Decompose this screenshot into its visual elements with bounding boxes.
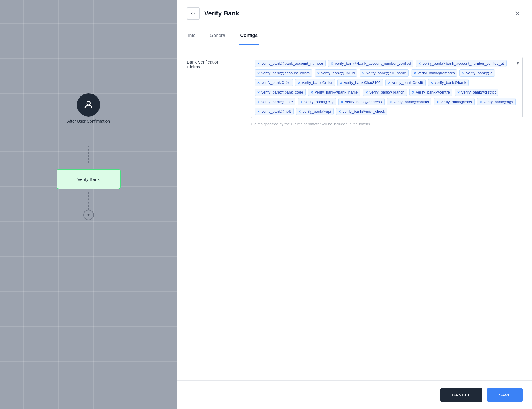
tag-branch[interactable]: ×verify_bank@branch (363, 89, 407, 96)
tag-contact[interactable]: ×verify_bank@contact (387, 98, 432, 105)
tag-upi[interactable]: ×verify_bank@upi (296, 108, 334, 115)
dropdown-arrow: ▾ (517, 60, 519, 66)
tag-micr-check[interactable]: ×verify_bank@micr_check (336, 108, 388, 115)
svg-point-0 (87, 101, 90, 105)
tag-city[interactable]: ×verify_bank@city (298, 98, 336, 105)
tag-neft[interactable]: ×verify_bank@neft (255, 108, 294, 115)
modal-header: Verify Bank (177, 0, 532, 27)
add-node[interactable]: + (83, 210, 94, 220)
modal-title: Verify Bank (204, 10, 508, 17)
modal-content: Bank VerificationClaims ▾ ×verify_bank@b… (177, 45, 532, 380)
tag-state[interactable]: ×verify_bank@state (255, 98, 295, 105)
canvas-grid: After User Confirmation Verify Bank + (0, 0, 177, 409)
tag-address[interactable]: ×verify_bank@address (338, 98, 384, 105)
close-button[interactable] (512, 8, 523, 19)
connector-line-2 (88, 192, 89, 210)
verify-bank-box-label: Verify Bank (77, 177, 100, 182)
tags-container[interactable]: ▾ ×verify_bank@bank_account_number ×veri… (251, 57, 523, 118)
connector-line-1 (88, 146, 89, 163)
add-node-symbol: + (87, 212, 90, 218)
cancel-button[interactable]: CANCEL (440, 388, 483, 402)
tag-account-exists[interactable]: ×verify_bank@account_exists (255, 69, 312, 77)
code-icon-button[interactable] (187, 7, 200, 20)
modal-footer: CANCEL SAVE (177, 380, 532, 409)
tag-bank-account-number-verified[interactable]: ×verify_bank@bank_account_number_verifie… (328, 60, 413, 67)
modal-panel: Verify Bank Info General Configs Bank Ve… (177, 0, 532, 409)
user-node-circle (77, 93, 100, 117)
tag-imps[interactable]: ×verify_bank@imps (434, 98, 474, 105)
tag-district[interactable]: ×verify_bank@district (455, 89, 498, 96)
tag-bank-account-number-verified-at[interactable]: ×verify_bank@bank_account_number_verifie… (416, 60, 506, 67)
tag-upi-id[interactable]: ×verify_bank@upi_id (315, 69, 357, 77)
tag-ifsc[interactable]: ×verify_bank@ifsc (255, 79, 293, 86)
tag-centre[interactable]: ×verify_bank@centre (409, 89, 452, 96)
tag-iso3166[interactable]: ×verify_bank@iso3166 (337, 79, 383, 86)
tabs-bar: Info General Configs (177, 27, 532, 45)
tag-x[interactable]: × (257, 61, 260, 66)
tab-general[interactable]: General (209, 27, 228, 45)
verify-bank-box[interactable]: Verify Bank (57, 169, 121, 189)
bank-verification-label: Bank VerificationClaims (187, 57, 239, 126)
tag-bank-account-number[interactable]: ×verify_bank@bank_account_number (255, 60, 326, 67)
bank-verification-control: ▾ ×verify_bank@bank_account_number ×veri… (251, 57, 523, 126)
add-node-circle[interactable]: + (83, 210, 94, 220)
tab-configs[interactable]: Configs (239, 27, 259, 45)
helper-text: Claims specified by the Claims parameter… (251, 122, 523, 126)
verify-bank-node[interactable]: Verify Bank (57, 169, 121, 189)
tag-rtgs[interactable]: ×verify_bank@rtgs (477, 98, 516, 105)
tag-full-name[interactable]: ×verify_bank@full_name (360, 69, 408, 77)
tag-remarks[interactable]: ×verify_bank@remarks (411, 69, 457, 77)
tag-bank-code[interactable]: ×verify_bank@bank_code (255, 89, 306, 96)
tag-bank[interactable]: ×verify_bank@bank (428, 79, 469, 86)
tab-info[interactable]: Info (187, 27, 197, 45)
canvas-area: After User Confirmation Verify Bank + (0, 0, 177, 409)
tag-micr[interactable]: ×verify_bank@micr (295, 79, 335, 86)
after-user-node-label: After User Confirmation (67, 119, 110, 124)
tag-id[interactable]: ×verify_bank@id (459, 69, 495, 77)
tag-bank-name[interactable]: ×verify_bank@bank_name (308, 89, 360, 96)
after-user-node: After User Confirmation (67, 93, 110, 124)
save-button[interactable]: SAVE (487, 388, 523, 402)
bank-verification-row: Bank VerificationClaims ▾ ×verify_bank@b… (187, 57, 523, 126)
tag-swift[interactable]: ×verify_bank@swift (385, 79, 426, 86)
